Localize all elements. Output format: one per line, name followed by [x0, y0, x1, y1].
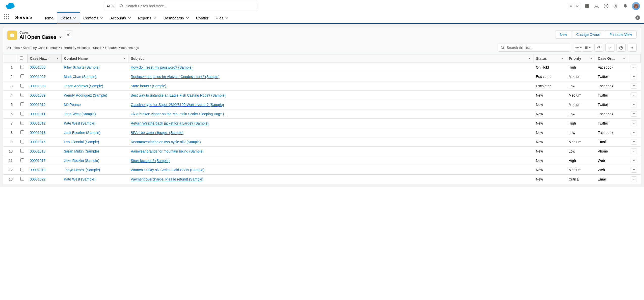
col-header-status[interactable]: Status [533, 54, 566, 63]
row-action-menu[interactable] [631, 74, 637, 79]
case-number-link[interactable]: 00001017 [30, 159, 45, 163]
contact-link[interactable]: Jason Andrews (Sample) [64, 84, 103, 88]
global-add-icon[interactable] [584, 3, 590, 9]
row-action-menu[interactable] [631, 83, 637, 89]
contact-link[interactable]: Wendy Rodriguez (Sample) [64, 93, 107, 97]
list-search[interactable] [498, 44, 571, 52]
case-number-link[interactable]: 00001012 [30, 121, 45, 125]
col-header-subject[interactable]: Subject [128, 54, 533, 63]
row-action-menu[interactable] [631, 130, 637, 135]
col-header-contact-name[interactable]: Contact Name [61, 54, 128, 63]
contact-link[interactable]: Kate West (Sample) [64, 121, 95, 125]
row-checkbox[interactable] [20, 140, 24, 143]
subject-link[interactable]: Rainwear brands for mountain biking (Sam… [131, 149, 204, 153]
nav-item-dashboards[interactable]: Dashboards [160, 12, 193, 23]
row-checkbox[interactable] [20, 84, 24, 87]
chevron-down-icon[interactable] [123, 57, 126, 60]
subject-link[interactable]: Store location? (Sample) [131, 159, 170, 163]
row-checkbox[interactable] [20, 177, 24, 181]
subject-link[interactable]: Women's Sixty-six Series Field Boots (Sa… [131, 168, 204, 172]
row-action-menu[interactable] [631, 93, 637, 98]
row-action-menu[interactable] [631, 158, 637, 163]
row-action-menu[interactable] [631, 102, 637, 107]
trailhead-icon[interactable] [594, 3, 600, 9]
contact-link[interactable]: Jane West (Sample) [64, 112, 96, 116]
row-checkbox[interactable] [20, 121, 24, 125]
contact-link[interactable]: Sarah Mirkin (Sample) [64, 149, 99, 153]
user-avatar[interactable]: 🐻 [632, 2, 640, 10]
subject-link[interactable]: Best way to untangle an Eagle Fish Casti… [131, 93, 226, 97]
case-number-link[interactable]: 00001011 [30, 112, 45, 116]
subject-link[interactable]: Recommendation on two-cycle oil? (Sample… [131, 140, 201, 144]
chart-button[interactable] [616, 44, 626, 52]
chevron-down-icon[interactable] [528, 57, 531, 60]
case-number-link[interactable]: 00001016 [30, 149, 45, 153]
col-header-checkbox[interactable] [17, 54, 27, 63]
row-checkbox[interactable] [20, 158, 24, 162]
global-search[interactable] [117, 2, 258, 10]
nav-item-home[interactable]: Home [40, 12, 57, 23]
setup-gear-icon[interactable] [613, 3, 619, 9]
contact-link[interactable]: Kate West (Sample) [64, 177, 95, 181]
nav-item-cases[interactable]: Cases [57, 12, 80, 23]
contact-link[interactable]: Tonya Hearst (Sample) [64, 168, 100, 172]
row-action-menu[interactable] [631, 176, 637, 182]
subject-link[interactable]: BPA-free water storage. (Sample) [131, 131, 183, 135]
printable-view-button[interactable]: Printable View [605, 31, 637, 39]
row-checkbox[interactable] [20, 149, 24, 153]
row-action-menu[interactable] [631, 121, 637, 126]
case-number-link[interactable]: 00001009 [30, 93, 45, 97]
row-checkbox[interactable] [20, 112, 24, 115]
case-number-link[interactable]: 00001022 [30, 177, 45, 181]
contact-link[interactable]: Jack Escober (Sample) [64, 131, 100, 135]
contact-link[interactable]: Jake Rocklin (Sample) [64, 159, 99, 163]
case-number-link[interactable]: 00001008 [30, 84, 45, 88]
subject-link[interactable]: Return Weatherback jacket for a Large? (… [131, 121, 209, 125]
notifications-bell-icon[interactable] [622, 3, 628, 9]
contact-link[interactable]: MJ Pearce [64, 103, 81, 107]
info-icon[interactable]: i [635, 15, 640, 20]
col-header-case-origin[interactable]: Case Ori... [595, 54, 628, 63]
col-header-priority[interactable]: Priority [566, 54, 595, 63]
row-checkbox[interactable] [20, 130, 24, 134]
row-action-menu[interactable] [631, 65, 637, 70]
row-action-menu[interactable] [631, 148, 637, 154]
row-checkbox[interactable] [20, 65, 24, 69]
list-view-name[interactable]: All Open Cases [19, 34, 62, 40]
new-button[interactable]: New [555, 31, 572, 39]
subject-link[interactable]: How do I reset my password? (Sample) [131, 65, 193, 69]
change-owner-button[interactable]: Change Owner [572, 31, 605, 39]
case-number-link[interactable]: 00001006 [30, 65, 45, 69]
salesforce-logo[interactable] [4, 2, 15, 10]
subject-link[interactable]: Replacement poles for Alaskan Geodesic t… [131, 75, 220, 79]
nav-item-contacts[interactable]: Contacts [80, 12, 107, 23]
subject-link[interactable]: Store hours? (Sample) [131, 84, 166, 88]
row-checkbox[interactable] [20, 74, 24, 78]
edit-list-button[interactable] [605, 44, 614, 52]
display-as-button[interactable] [583, 44, 592, 52]
list-view-settings-button[interactable] [574, 44, 583, 52]
refresh-button[interactable] [594, 44, 603, 52]
filter-button[interactable] [628, 44, 637, 52]
select-all-checkbox[interactable] [20, 56, 23, 60]
row-action-menu[interactable] [631, 167, 637, 173]
row-action-menu[interactable] [631, 111, 637, 117]
case-number-link[interactable]: 00001010 [30, 103, 45, 107]
col-header-case-number[interactable]: Case Nu...↑ [27, 54, 61, 63]
chevron-down-icon[interactable] [56, 57, 59, 60]
search-scope-selector[interactable]: All [104, 2, 117, 10]
chevron-down-icon[interactable] [623, 57, 625, 60]
row-action-menu[interactable] [631, 139, 637, 145]
favorites-icon[interactable] [568, 3, 574, 9]
chevron-down-icon[interactable] [561, 57, 564, 60]
nav-item-accounts[interactable]: Accounts [107, 12, 135, 23]
case-number-link[interactable]: 00001013 [30, 131, 45, 135]
global-search-input[interactable] [126, 4, 256, 8]
app-launcher-icon[interactable] [4, 14, 11, 21]
favorites-dropdown-icon[interactable] [574, 3, 580, 9]
case-number-link[interactable]: 00001007 [30, 75, 45, 79]
row-checkbox[interactable] [20, 102, 24, 106]
subject-link[interactable]: Payment overcharge. Please refund! (Samp… [131, 177, 203, 181]
list-search-input[interactable] [507, 46, 568, 50]
chevron-down-icon[interactable] [590, 57, 593, 60]
